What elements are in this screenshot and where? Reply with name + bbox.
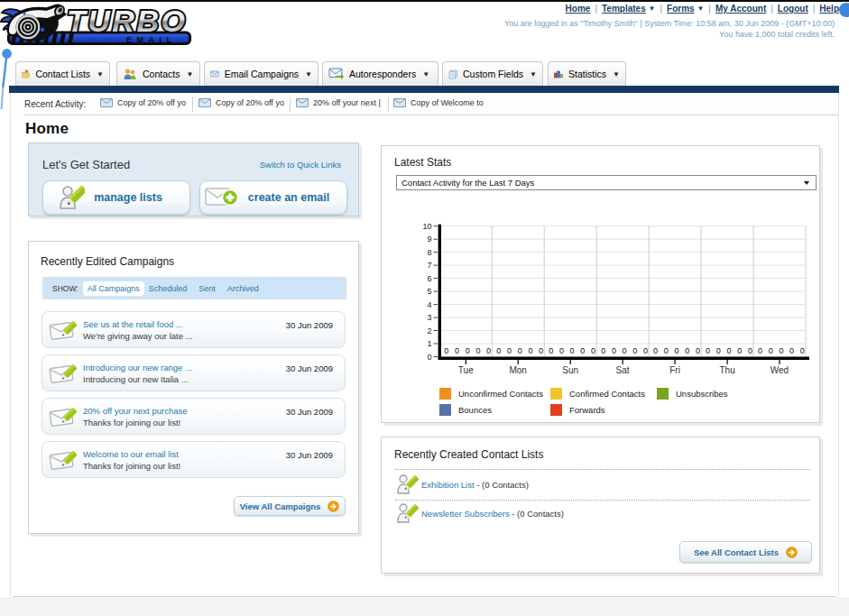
svg-text:Forwards: Forwards — [569, 405, 605, 415]
svg-text:0: 0 — [507, 346, 512, 355]
svg-text:0: 0 — [570, 346, 575, 355]
svg-text:Mon: Mon — [509, 365, 526, 375]
svg-text:0: 0 — [612, 346, 616, 355]
svg-text:0: 0 — [496, 346, 501, 355]
svg-text:0: 0 — [632, 346, 637, 355]
svg-text:0: 0 — [475, 346, 480, 355]
svg-text:1: 1 — [427, 339, 431, 348]
svg-text:0: 0 — [528, 346, 532, 355]
svg-text:Fri: Fri — [669, 365, 680, 375]
svg-text:0: 0 — [591, 346, 595, 355]
svg-text:0: 0 — [726, 346, 731, 355]
svg-text:0: 0 — [674, 346, 678, 355]
svg-text:0: 0 — [737, 346, 742, 355]
svg-text:0: 0 — [539, 346, 543, 355]
svg-text:0: 0 — [758, 346, 762, 355]
svg-text:10: 10 — [422, 222, 431, 231]
svg-text:0: 0 — [623, 346, 627, 355]
svg-text:0: 0 — [685, 346, 689, 355]
svg-text:0: 0 — [559, 346, 564, 355]
svg-text:9: 9 — [427, 234, 431, 244]
svg-text:0: 0 — [716, 346, 721, 355]
svg-text:3: 3 — [427, 313, 431, 322]
svg-text:0: 0 — [800, 346, 805, 355]
svg-text:Wed: Wed — [771, 365, 789, 375]
svg-text:Unconfirmed Contacts: Unconfirmed Contacts — [458, 389, 543, 399]
svg-text:4: 4 — [427, 300, 431, 309]
svg-text:0: 0 — [601, 346, 605, 355]
svg-text:7: 7 — [427, 261, 431, 270]
svg-text:0: 0 — [486, 346, 491, 355]
svg-text:0: 0 — [789, 346, 794, 355]
svg-text:0: 0 — [769, 346, 773, 355]
svg-text:0: 0 — [779, 346, 783, 355]
svg-text:0: 0 — [696, 346, 700, 355]
svg-text:0: 0 — [466, 346, 470, 355]
svg-text:0: 0 — [643, 346, 648, 355]
svg-text:6: 6 — [427, 274, 431, 283]
svg-text:Bounces: Bounces — [458, 405, 492, 415]
svg-text:0: 0 — [455, 346, 459, 355]
svg-text:Unsubscribes: Unsubscribes — [676, 389, 728, 399]
svg-text:0: 0 — [706, 346, 710, 355]
svg-text:0: 0 — [444, 346, 448, 355]
svg-text:0: 0 — [653, 346, 658, 355]
svg-text:0: 0 — [427, 353, 431, 362]
svg-text:0: 0 — [580, 346, 585, 355]
svg-text:8: 8 — [427, 248, 431, 257]
svg-text:5: 5 — [427, 287, 431, 296]
svg-text:Tue: Tue — [458, 365, 474, 375]
svg-text:0: 0 — [518, 346, 522, 355]
svg-text:Thu: Thu — [719, 365, 734, 375]
svg-text:0: 0 — [549, 346, 553, 355]
svg-text:Sun: Sun — [562, 365, 578, 375]
svg-text:0: 0 — [748, 346, 752, 355]
svg-text:0: 0 — [664, 346, 669, 355]
svg-text:TURBO: TURBO — [67, 4, 187, 38]
svg-text:Sat: Sat — [616, 365, 630, 375]
svg-text:2: 2 — [427, 326, 431, 336]
svg-text:Confirmed Contacts: Confirmed Contacts — [569, 389, 645, 399]
